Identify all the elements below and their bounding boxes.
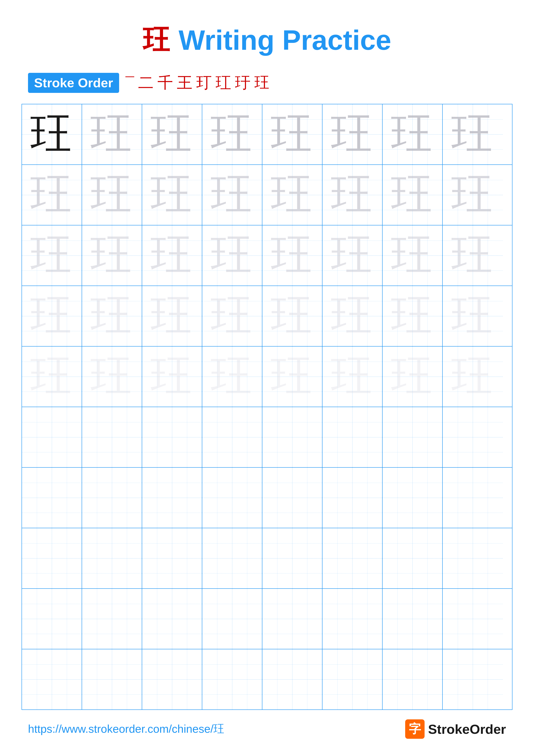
grid-cell[interactable]: 玨: [383, 286, 443, 346]
grid-cell[interactable]: [443, 468, 503, 528]
grid-cell[interactable]: [383, 528, 443, 588]
grid-cell[interactable]: [82, 407, 142, 467]
grid-cell[interactable]: [142, 407, 202, 467]
grid-cell[interactable]: 玨: [443, 226, 503, 285]
cell-lines: [322, 407, 382, 467]
grid-cell[interactable]: [22, 528, 82, 588]
cell-vline-left: [157, 528, 157, 588]
grid-cell[interactable]: [202, 528, 262, 588]
grid-cell[interactable]: [82, 468, 142, 528]
grid-cell[interactable]: 玨: [383, 165, 443, 225]
grid-cell[interactable]: [142, 528, 202, 588]
cell-vline-left: [157, 226, 157, 285]
grid-cell[interactable]: 玨: [322, 104, 383, 164]
cell-vline-left: [397, 649, 398, 710]
grid-cell[interactable]: 玨: [82, 286, 142, 346]
grid-cell[interactable]: 玨: [262, 226, 322, 285]
grid-cell[interactable]: [443, 589, 503, 649]
grid-cell[interactable]: 玨: [202, 286, 262, 346]
grid-cell[interactable]: [202, 589, 262, 649]
grid-cell[interactable]: 玨: [443, 286, 503, 346]
grid-cell[interactable]: 玨: [262, 165, 322, 225]
grid-cell[interactable]: [262, 528, 322, 588]
grid-cell[interactable]: [142, 468, 202, 528]
grid-cell[interactable]: 玨: [202, 104, 262, 164]
stroke-char-6: 玒: [216, 72, 231, 93]
grid-cell[interactable]: 玨: [383, 346, 443, 407]
grid-cell[interactable]: [262, 468, 322, 528]
grid-cell[interactable]: [82, 589, 142, 649]
grid-cell[interactable]: 玨: [142, 226, 202, 285]
grid-cell[interactable]: [322, 468, 383, 528]
cell-lines: [142, 468, 202, 528]
grid-cell[interactable]: [22, 589, 82, 649]
cell-vline-left: [157, 589, 157, 649]
grid-cell[interactable]: 玨: [22, 286, 82, 346]
cell-lines: [262, 589, 322, 649]
grid-cell[interactable]: 玨: [82, 104, 142, 164]
grid-cell[interactable]: [142, 589, 202, 649]
grid-cell[interactable]: [443, 407, 503, 467]
grid-cell[interactable]: [262, 649, 322, 710]
grid-cell[interactable]: [443, 649, 503, 710]
grid-cell[interactable]: [322, 649, 383, 710]
grid-cell[interactable]: [443, 528, 503, 588]
cell-vline-left: [458, 165, 458, 225]
grid-cell[interactable]: 玨: [142, 104, 202, 164]
grid-cell[interactable]: [82, 528, 142, 588]
cell-vline-left: [458, 468, 458, 528]
grid-cell[interactable]: 玨: [262, 286, 322, 346]
grid-cell[interactable]: 玨: [322, 286, 383, 346]
grid-cell[interactable]: [383, 407, 443, 467]
cell-vline-left: [458, 589, 458, 649]
cell-lines: [383, 104, 442, 164]
grid-cell[interactable]: 玨: [22, 165, 82, 225]
grid-row: 玨 玨 玨 玨 玨 玨 玨 玨: [22, 286, 512, 346]
grid-row: [22, 407, 512, 468]
grid-cell[interactable]: [22, 468, 82, 528]
grid-cell[interactable]: 玨: [443, 104, 503, 164]
grid-cell[interactable]: 玨: [383, 104, 443, 164]
grid-cell[interactable]: 玨: [443, 346, 503, 407]
grid-cell[interactable]: 玨: [443, 165, 503, 225]
grid-cell[interactable]: 玨: [22, 226, 82, 285]
grid-cell[interactable]: 玨: [322, 165, 383, 225]
grid-cell[interactable]: [262, 589, 322, 649]
grid-cell[interactable]: 玨: [262, 104, 322, 164]
stroke-char-5: 玎: [196, 72, 212, 93]
grid-cell[interactable]: 玨: [22, 104, 82, 164]
grid-cell[interactable]: 玨: [322, 226, 383, 285]
grid-cell[interactable]: [202, 649, 262, 710]
grid-cell[interactable]: [262, 407, 322, 467]
grid-cell[interactable]: 玨: [383, 226, 443, 285]
grid-cell[interactable]: [322, 528, 383, 588]
grid-cell[interactable]: 玨: [202, 346, 262, 407]
grid-cell[interactable]: [383, 649, 443, 710]
grid-cell[interactable]: [22, 407, 82, 467]
grid-cell[interactable]: 玨: [142, 346, 202, 407]
grid-cell[interactable]: 玨: [82, 346, 142, 407]
grid-cell[interactable]: [82, 649, 142, 710]
grid-cell[interactable]: [202, 407, 262, 467]
grid-cell[interactable]: [22, 649, 82, 710]
grid-cell[interactable]: [322, 407, 383, 467]
grid-cell[interactable]: 玨: [22, 346, 82, 407]
grid-cell[interactable]: [383, 589, 443, 649]
grid-cell[interactable]: [322, 589, 383, 649]
grid-cell[interactable]: [142, 649, 202, 710]
cell-vline-left: [458, 286, 458, 346]
cell-vline-left: [458, 104, 458, 164]
grid-cell[interactable]: 玨: [142, 165, 202, 225]
grid-cell[interactable]: 玨: [82, 226, 142, 285]
grid-cell[interactable]: 玨: [142, 286, 202, 346]
grid-cell[interactable]: 玨: [322, 346, 383, 407]
grid-cell[interactable]: [383, 468, 443, 528]
grid-cell[interactable]: 玨: [202, 165, 262, 225]
cell-lines: [202, 346, 262, 407]
cell-vline-right: [187, 226, 187, 285]
grid-cell[interactable]: 玨: [202, 226, 262, 285]
grid-cell[interactable]: [202, 468, 262, 528]
grid-cell[interactable]: 玨: [262, 346, 322, 407]
grid-cell[interactable]: 玨: [82, 165, 142, 225]
cell-vline-right: [247, 589, 247, 649]
